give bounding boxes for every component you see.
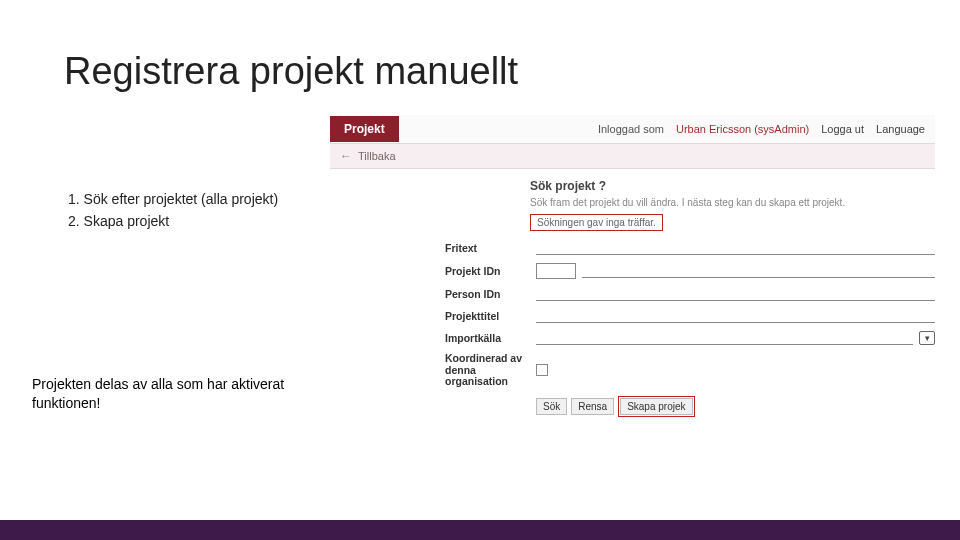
form-area: Sök projekt ? Sök fram det projekt du vi… — [330, 169, 935, 417]
search-section-subtitle: Sök fram det projekt du vill ändra. I nä… — [530, 197, 935, 208]
no-results-alert: Sökningen gav inga träffar. — [530, 214, 663, 231]
logout-link[interactable]: Logga ut — [821, 123, 864, 135]
action-row: Sök Rensa Skapa projek — [536, 396, 935, 417]
label-fritext: Fritext — [330, 242, 530, 254]
back-bar[interactable]: ← Tillbaka — [330, 143, 935, 169]
slide-note: Projekten delas av alla som har aktivera… — [32, 375, 312, 413]
input-person-idn[interactable] — [536, 287, 935, 301]
step-1: Sök efter projektet (alla projekt) — [68, 190, 324, 210]
skapa-highlight: Skapa projek — [618, 396, 694, 417]
chevron-down-icon[interactable]: ▾ — [919, 331, 935, 345]
instruction-list: Sök efter projektet (alla projekt) Skapa… — [64, 190, 324, 233]
label-koord: Koordinerad av denna organisation — [330, 353, 530, 388]
tab-projekt[interactable]: Projekt — [330, 116, 399, 142]
input-fritext[interactable] — [536, 241, 935, 255]
select-importkalla[interactable] — [536, 331, 913, 345]
footer-bar — [0, 520, 960, 540]
app-header: Projekt Inloggad som Urban Ericsson (sys… — [330, 115, 935, 143]
sok-button[interactable]: Sök — [536, 398, 567, 415]
rensa-button[interactable]: Rensa — [571, 398, 614, 415]
checkbox-koord[interactable] — [536, 364, 548, 376]
label-projekttitel: Projekttitel — [330, 310, 530, 322]
logged-in-label: Inloggad som — [598, 123, 664, 135]
user-name: Urban Ericsson (sysAdmin) — [676, 123, 809, 135]
step-2: Skapa projekt — [68, 212, 324, 232]
label-person-idn: Person IDn — [330, 288, 530, 300]
input-projekt-idn[interactable] — [582, 264, 935, 278]
skapa-projekt-button[interactable]: Skapa projek — [620, 398, 692, 415]
language-link[interactable]: Language — [876, 123, 925, 135]
label-projekt-idn: Projekt IDn — [330, 265, 530, 277]
back-arrow-icon: ← — [340, 149, 352, 163]
search-section-title: Sök projekt ? — [530, 179, 935, 193]
slide-title: Registrera projekt manuellt — [64, 50, 518, 93]
app-screenshot: Projekt Inloggad som Urban Ericsson (sys… — [330, 115, 935, 417]
back-label: Tillbaka — [358, 150, 396, 162]
input-projekttitel[interactable] — [536, 309, 935, 323]
input-projekt-idn-box[interactable] — [536, 263, 576, 279]
label-importkalla: Importkälla — [330, 332, 530, 344]
